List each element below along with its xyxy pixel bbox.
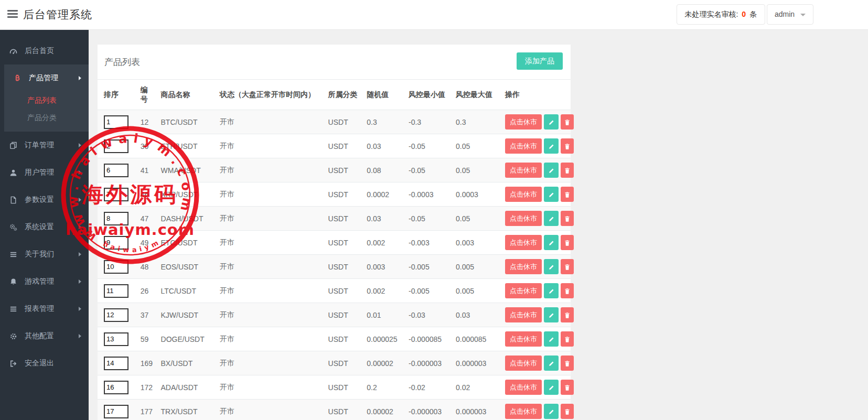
add-product-button[interactable]: 添加产品 bbox=[517, 52, 563, 70]
chevron-right-icon bbox=[79, 334, 81, 338]
sidebar-item[interactable]: 其他配置 bbox=[0, 322, 89, 350]
delete-button[interactable] bbox=[561, 380, 574, 395]
sort-input[interactable] bbox=[104, 357, 128, 370]
risk-min-value: -0.003 bbox=[405, 231, 453, 255]
close-market-button[interactable]: 点击休市 bbox=[505, 331, 542, 347]
pending-review-count: 0 bbox=[740, 10, 747, 18]
sidebar-item[interactable]: 报表管理 bbox=[0, 295, 89, 322]
close-market-button[interactable]: 点击休市 bbox=[505, 211, 542, 226]
sidebar-item[interactable]: 产品管理 bbox=[4, 64, 89, 92]
topbar: 后台管理系统 未处理实名审核: 0 条 admin bbox=[0, 0, 868, 30]
product-name: ADA/USDT bbox=[158, 375, 217, 400]
close-market-button[interactable]: 点击休市 bbox=[505, 138, 542, 154]
edit-button[interactable] bbox=[544, 259, 559, 274]
close-market-button[interactable]: 点击休市 bbox=[505, 283, 542, 298]
chevron-down-icon bbox=[800, 14, 806, 16]
delete-button[interactable] bbox=[561, 331, 574, 347]
edit-button[interactable] bbox=[544, 114, 559, 130]
edit-button[interactable] bbox=[544, 283, 559, 298]
sidebar-item-label: 安全退出 bbox=[25, 359, 81, 368]
sort-input[interactable] bbox=[104, 212, 128, 225]
delete-button[interactable] bbox=[561, 307, 574, 322]
sort-input[interactable] bbox=[104, 164, 128, 177]
close-market-button[interactable]: 点击休市 bbox=[505, 380, 542, 395]
product-status: 开市 bbox=[217, 207, 325, 231]
close-market-button[interactable]: 点击休市 bbox=[505, 356, 542, 371]
sort-input[interactable] bbox=[104, 405, 128, 418]
delete-button[interactable] bbox=[561, 356, 574, 371]
sidebar-subitem[interactable]: 产品分类 bbox=[4, 109, 89, 126]
sidebar-item[interactable]: 游戏管理 bbox=[0, 268, 89, 295]
delete-button[interactable] bbox=[561, 259, 574, 274]
risk-min-value: -0.03 bbox=[405, 303, 453, 327]
edit-button[interactable] bbox=[544, 211, 559, 226]
delete-button[interactable] bbox=[561, 114, 574, 130]
close-market-button[interactable]: 点击休市 bbox=[505, 114, 542, 130]
chevron-right-icon bbox=[79, 225, 81, 229]
close-market-button[interactable]: 点击休市 bbox=[505, 307, 542, 322]
user-dropdown[interactable]: admin bbox=[767, 4, 813, 25]
trash-icon bbox=[564, 359, 571, 367]
product-category: USDT bbox=[325, 134, 364, 158]
delete-button[interactable] bbox=[561, 283, 574, 298]
close-market-button[interactable]: 点击休市 bbox=[505, 404, 542, 419]
sort-input[interactable] bbox=[104, 139, 128, 153]
sort-input[interactable] bbox=[104, 284, 128, 298]
edit-button[interactable] bbox=[544, 138, 559, 154]
sort-input[interactable] bbox=[104, 381, 128, 394]
sidebar-item[interactable]: 参数设置 bbox=[0, 186, 89, 213]
delete-button[interactable] bbox=[561, 138, 574, 154]
product-name: LTC/USDT bbox=[158, 279, 217, 303]
close-market-button[interactable]: 点击休市 bbox=[505, 187, 542, 202]
edit-button[interactable] bbox=[544, 235, 559, 250]
sidebar-item[interactable]: 关于我们 bbox=[0, 241, 89, 268]
edit-button[interactable] bbox=[544, 307, 559, 322]
risk-max-value: 0.05 bbox=[453, 134, 502, 158]
table-row: 169BX/USDT开市USDT0.00002-0.0000030.000003… bbox=[98, 351, 571, 375]
random-value: 0.00002 bbox=[363, 351, 405, 375]
random-value: 0.03 bbox=[363, 207, 405, 231]
delete-button[interactable] bbox=[561, 404, 574, 419]
delete-button[interactable] bbox=[561, 187, 574, 202]
sort-input[interactable] bbox=[104, 236, 128, 250]
close-market-button[interactable]: 点击休市 bbox=[505, 163, 542, 178]
product-id: 12 bbox=[137, 110, 158, 134]
hamburger-menu-icon[interactable] bbox=[7, 10, 18, 19]
pending-review-badge[interactable]: 未处理实名审核: 0 条 bbox=[677, 4, 765, 25]
sort-input[interactable] bbox=[104, 308, 128, 322]
edit-button[interactable] bbox=[544, 404, 559, 419]
product-status: 开市 bbox=[217, 110, 325, 134]
sort-input[interactable] bbox=[104, 332, 128, 346]
product-id: 169 bbox=[137, 351, 158, 375]
delete-button[interactable] bbox=[561, 163, 574, 178]
trash-icon bbox=[564, 239, 571, 246]
close-market-button[interactable]: 点击休市 bbox=[505, 259, 542, 274]
pending-review-unit: 条 bbox=[749, 10, 757, 18]
sidebar-group: 产品管理产品列表产品分类 bbox=[4, 64, 89, 132]
bitcoin-icon bbox=[14, 74, 24, 82]
sidebar-subitem[interactable]: 产品列表 bbox=[4, 92, 89, 109]
sidebar-item[interactable]: 安全退出 bbox=[0, 350, 89, 377]
chevron-right-icon bbox=[79, 143, 81, 147]
edit-button[interactable] bbox=[544, 380, 559, 395]
sort-input[interactable] bbox=[104, 188, 128, 201]
chevron-right-icon bbox=[79, 76, 81, 80]
close-market-button[interactable]: 点击休市 bbox=[505, 235, 542, 250]
sidebar-item[interactable]: 用户管理 bbox=[0, 159, 89, 186]
sidebar-item[interactable]: 后台首页 bbox=[0, 37, 89, 64]
delete-button[interactable] bbox=[561, 235, 574, 250]
pencil-icon bbox=[548, 263, 555, 271]
column-header: 随机值 bbox=[363, 80, 405, 110]
sidebar-item[interactable]: 订单管理 bbox=[0, 132, 89, 159]
edit-button[interactable] bbox=[544, 187, 559, 202]
product-status: 开市 bbox=[217, 351, 325, 375]
sort-input[interactable] bbox=[104, 115, 128, 129]
risk-max-value: 0.3 bbox=[453, 110, 502, 134]
product-table-body: 12BTC/USDT开市USDT0.3-0.30.3点击休市30ETH/USDT… bbox=[98, 110, 571, 420]
edit-button[interactable] bbox=[544, 163, 559, 178]
edit-button[interactable] bbox=[544, 356, 559, 371]
delete-button[interactable] bbox=[561, 211, 574, 226]
sidebar-item[interactable]: 系统设置 bbox=[0, 213, 89, 241]
edit-button[interactable] bbox=[544, 331, 559, 347]
sort-input[interactable] bbox=[104, 260, 128, 274]
